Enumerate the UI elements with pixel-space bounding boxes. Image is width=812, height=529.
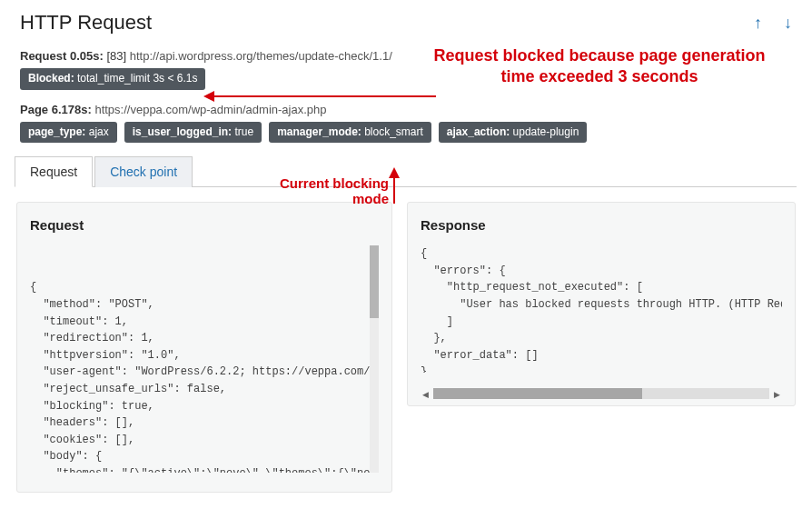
request-code: { "method": "POST", "timeout": 1, "redir…	[30, 279, 379, 473]
hscroll-right-icon[interactable]: ▶	[774, 390, 780, 399]
request-code-area[interactable]: { "method": "POST", "timeout": 1, "redir…	[30, 245, 379, 473]
request-panel-title: Request	[30, 217, 379, 233]
tab-checkpoint[interactable]: Check point	[94, 156, 193, 187]
blocked-badge-key: Blocked:	[28, 72, 74, 85]
blocked-badge: Blocked: total_time_limit 3s < 6.1s	[20, 68, 205, 90]
request-meta-id: [83]	[106, 49, 126, 63]
tab-request[interactable]: Request	[15, 156, 93, 187]
request-meta-label: Request 0.05s:	[20, 49, 104, 63]
response-hscroll[interactable]: ◀ ▶	[421, 387, 782, 400]
hscroll-thumb[interactable]	[433, 388, 642, 399]
blocked-badge-row: Blocked: total_time_limit 3s < 6.1s	[20, 68, 792, 90]
page-meta-line: Page 6.178s: https://veppa.com/wp-admin/…	[20, 103, 792, 116]
page-meta-label: Page 6.178s:	[20, 103, 92, 116]
meta-section: Request 0.05s: [83] http://api.wordpress…	[0, 38, 812, 143]
request-meta-line: Request 0.05s: [83] http://api.wordpress…	[20, 49, 792, 63]
badge-ajax-action: ajax_action: update-plugin	[439, 122, 587, 144]
response-panel: Response { "errors": { "http_request_not…	[407, 202, 796, 406]
page-title: HTTP Request	[20, 11, 152, 35]
arrow-down-icon[interactable]: ↓	[784, 14, 792, 33]
response-code: { "errors": { "http_request_not_executed…	[421, 245, 782, 373]
page-meta-url: https://veppa.com/wp-admin/admin-ajax.ph…	[94, 103, 326, 116]
badge-manager-mode: manager_mode: block_smart	[269, 122, 431, 144]
badge-page-type: page_type: ajax	[20, 122, 117, 144]
page-badge-row: page_type: ajax is_user_logged_in: true …	[20, 122, 792, 144]
request-meta-url: http://api.wordpress.org/themes/update-c…	[130, 49, 392, 63]
arrow-up-icon[interactable]: ↑	[754, 14, 762, 33]
panels: Request { "method": "POST", "timeout": 1…	[0, 187, 812, 493]
request-vscroll-thumb[interactable]	[370, 245, 379, 318]
tab-bar: Request Check point	[15, 155, 797, 187]
request-panel: Request { "method": "POST", "timeout": 1…	[16, 202, 392, 493]
blocked-badge-value: total_time_limit 3s < 6.1s	[77, 72, 197, 85]
response-panel-title: Response	[421, 217, 782, 233]
hscroll-left-icon[interactable]: ◀	[422, 390, 429, 399]
request-vscroll[interactable]	[370, 245, 379, 473]
header-row: HTTP Request ↑ ↓	[0, 0, 812, 38]
nav-arrows: ↑ ↓	[754, 14, 792, 33]
badge-logged-in: is_user_logged_in: true	[124, 122, 262, 144]
